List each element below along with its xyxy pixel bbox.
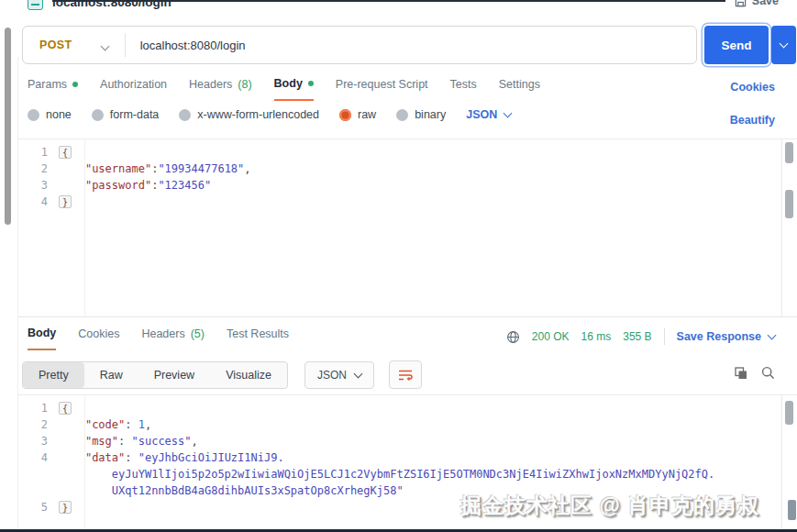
code-token: "code" xyxy=(85,416,125,433)
fold-marker[interactable]: { xyxy=(59,146,72,159)
line-number: 2 xyxy=(18,416,59,433)
fold-marker[interactable]: } xyxy=(59,501,72,514)
code-token xyxy=(59,433,85,449)
method-chevron-icon[interactable] xyxy=(102,37,108,53)
code-token: : xyxy=(118,433,131,449)
code-token: "password" xyxy=(85,177,151,194)
code-token: : xyxy=(151,161,158,177)
watermark-text: 掘金技术社区 @ 肖申克的勇叔 xyxy=(460,492,759,520)
wrap-text-button[interactable] xyxy=(389,360,422,389)
code-line[interactable]: 3 "password":"123456" xyxy=(18,177,797,194)
radio-icon xyxy=(396,109,408,121)
radio-icon xyxy=(339,109,351,121)
scrollbar-marker[interactable] xyxy=(785,190,793,218)
response-tab-cookies[interactable]: Cookies xyxy=(78,327,119,350)
view-pretty[interactable]: Pretty xyxy=(23,362,84,388)
request-language-dropdown[interactable]: JSON xyxy=(466,108,511,121)
code-token xyxy=(59,177,85,194)
line-number: 5 xyxy=(18,499,59,515)
radio-icon xyxy=(92,109,104,121)
code-token: UXqt12nnbBdB4aG8dihbAUIs3xSpatOp8cXrhegK… xyxy=(112,482,404,499)
radio-label: form-data xyxy=(110,108,160,121)
code-line[interactable]: 3 "msg": "success", xyxy=(18,433,797,449)
body-type-x-www-form-urlencoded[interactable]: x-www-form-urlencoded xyxy=(179,108,319,121)
scrollbar-thumb[interactable] xyxy=(785,142,793,163)
code-token: "eyJhbGciOiJIUzI1NiJ9. xyxy=(138,449,284,466)
tab-headers[interactable]: Headers(8) xyxy=(189,77,252,101)
right-scrollbar-thumb[interactable] xyxy=(788,500,796,520)
response-size[interactable]: 355 B xyxy=(623,330,651,343)
line-number: 4 xyxy=(18,194,59,210)
chevron-down-icon xyxy=(354,369,363,378)
fold-marker[interactable]: { xyxy=(59,402,72,415)
tab-pre-request-script[interactable]: Pre-request Script xyxy=(336,77,428,101)
body-type-raw[interactable]: raw xyxy=(339,108,376,121)
response-toolbar-icons xyxy=(735,366,775,380)
response-time[interactable]: 16 ms xyxy=(581,330,612,343)
view-mode-segmented: PrettyRawPreviewVisualize xyxy=(22,361,288,389)
network-globe-icon[interactable] xyxy=(506,330,520,344)
code-token xyxy=(59,161,85,177)
search-icon[interactable] xyxy=(761,366,775,380)
scrollbar-thumb[interactable] xyxy=(785,401,793,425)
tab-settings[interactable]: Settings xyxy=(499,77,540,101)
response-tab-test-results[interactable]: Test Results xyxy=(227,327,289,350)
chevron-down-icon xyxy=(504,109,513,118)
tab-authorization[interactable]: Authorization xyxy=(100,77,167,101)
tab-body[interactable]: Body xyxy=(274,77,314,101)
save-response-label: Save Response xyxy=(677,330,761,343)
tab-label: Body xyxy=(274,77,303,90)
view-visualize[interactable]: Visualize xyxy=(210,362,287,388)
save-response-button[interactable]: Save Response xyxy=(677,330,775,343)
save-button[interactable]: Save xyxy=(735,0,779,7)
code-line[interactable]: 2 "code": 1, xyxy=(18,416,797,433)
beautify-link[interactable]: Beautify xyxy=(730,114,775,127)
view-raw[interactable]: Raw xyxy=(84,362,138,388)
code-token: 1 xyxy=(138,416,145,433)
tab-params[interactable]: Params xyxy=(28,77,78,101)
code-token: "19934477618" xyxy=(158,161,244,177)
tab-count-badge: (8) xyxy=(238,78,251,91)
line-number: 1 xyxy=(18,400,59,416)
response-tab-headers[interactable]: Headers(5) xyxy=(141,327,205,350)
fold-marker[interactable]: } xyxy=(59,195,72,208)
method-selector[interactable]: POST xyxy=(39,39,72,51)
request-editor-scrollbar[interactable] xyxy=(781,139,795,316)
code-line[interactable]: 4} xyxy=(18,194,797,210)
tab-label: Tests xyxy=(450,78,477,91)
body-type-none[interactable]: none xyxy=(28,108,72,121)
code-token: , xyxy=(244,161,250,177)
code-line[interactable]: 2 "username":"19934477618", xyxy=(18,161,797,177)
tab-label: Headers xyxy=(189,78,232,91)
status-badge[interactable]: 200 OK xyxy=(532,330,570,343)
request-body-editor[interactable]: 1{2 "username":"19934477618",3 "password… xyxy=(18,139,797,317)
cookies-link[interactable]: Cookies xyxy=(730,81,775,94)
copy-icon[interactable] xyxy=(735,367,747,380)
response-language-dropdown[interactable]: JSON xyxy=(304,361,374,389)
request-tab-title[interactable]: localhost:8080/login xyxy=(52,0,172,9)
tab-tests[interactable]: Tests xyxy=(450,77,477,101)
url-input[interactable]: localhost:8080/login xyxy=(140,39,246,52)
line-number xyxy=(18,466,59,482)
code-line[interactable]: 1{ xyxy=(18,400,797,416)
view-preview[interactable]: Preview xyxy=(138,362,210,388)
code-line[interactable]: 4 "data": "eyJhbGciOiJIUzI1NiJ9. xyxy=(18,449,797,466)
tab-label: Authorization xyxy=(100,78,167,91)
radio-icon xyxy=(179,109,191,121)
tab-label: Test Results xyxy=(227,327,289,340)
send-options-chevron[interactable] xyxy=(771,26,796,64)
request-code: 1{2 "username":"19934477618",3 "password… xyxy=(18,139,797,210)
body-type-binary[interactable]: binary xyxy=(396,108,446,121)
line-number: 3 xyxy=(18,177,59,194)
response-tab-body[interactable]: Body xyxy=(28,327,56,350)
body-type-form-data[interactable]: form-data xyxy=(92,108,160,121)
code-token: : xyxy=(125,449,138,466)
left-scrollbar-thumb[interactable] xyxy=(5,28,11,225)
code-line[interactable]: eyJuYW1lIjoi5p2o5p2wIiwiaWQiOjE5LCJ1c2Vy… xyxy=(18,466,797,482)
send-button[interactable]: Send xyxy=(704,26,769,64)
postman-app: localhost:8080/login Save POST localhost… xyxy=(0,0,797,532)
tab-label: Headers xyxy=(141,327,184,340)
request-language-label: JSON xyxy=(466,108,497,121)
wrap-text-icon xyxy=(398,369,413,382)
code-line[interactable]: 1{ xyxy=(18,144,797,161)
